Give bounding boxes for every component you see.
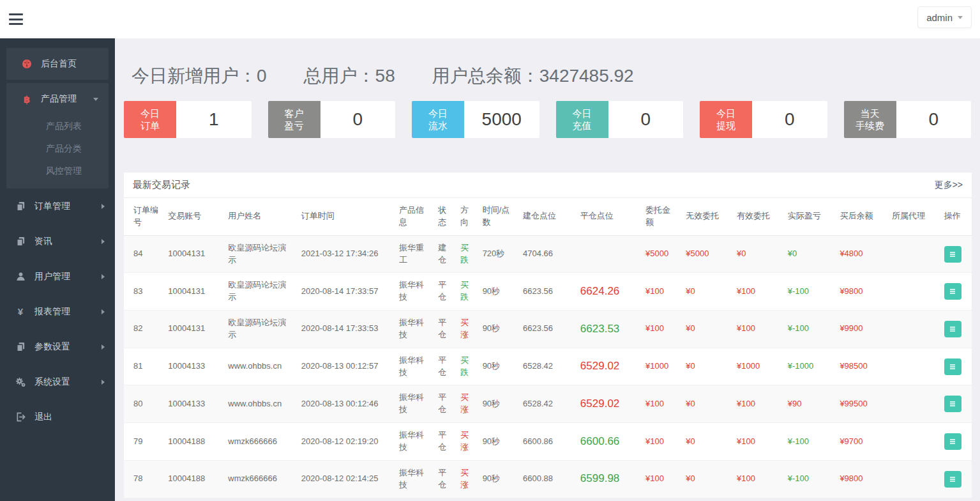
sidebar-item-8[interactable]: 退出 xyxy=(0,399,115,435)
user-dropdown[interactable]: admin xyxy=(917,6,972,28)
cell-product: 振华科技 xyxy=(395,385,434,423)
stat-card-1: 客户 盈亏0 xyxy=(268,101,396,138)
column-header-amount: 委托金额 xyxy=(642,198,682,235)
order-detail-button[interactable] xyxy=(944,283,961,300)
list-icon xyxy=(948,399,957,408)
sidebar-item-2[interactable]: 订单管理 xyxy=(0,189,115,224)
sidebar-item-1[interactable]: ฿产品管理 xyxy=(6,83,109,115)
order-detail-button[interactable] xyxy=(944,433,961,450)
stat-cards-row: 今日 订单1客户 盈亏0今日 流水5000今日 充值0今日 提现0当天 手续费0 xyxy=(124,101,971,138)
cell-profit: ¥90 xyxy=(784,385,836,423)
table-header-row: 订单编号交易账号用户姓名订单时间产品信息状态方向时间/点数建仓点位平仓点位委托金… xyxy=(124,198,972,235)
user-icon xyxy=(15,272,26,281)
cell-time: 2020-08-12 02:14:25 xyxy=(298,460,395,497)
sidebar-item-5[interactable]: ¥报表管理 xyxy=(0,294,115,329)
order-detail-button[interactable] xyxy=(944,396,961,412)
table-row: 8110004133www.ohbbs.cn2020-08-13 00:12:5… xyxy=(124,348,972,385)
cell-valid: ¥100 xyxy=(733,460,784,497)
cell-op xyxy=(940,235,972,273)
stat-card-value: 0 xyxy=(608,101,684,138)
cell-op xyxy=(940,385,972,423)
cell-agent xyxy=(888,235,940,273)
order-detail-button[interactable] xyxy=(944,471,961,488)
stat-summary-text: 今日新增用户：0 xyxy=(132,64,267,88)
cell-name: wmzk666666 xyxy=(224,423,297,461)
list-icon xyxy=(948,287,957,296)
sidebar-item-0-box: 后台首页 xyxy=(6,48,109,80)
more-link[interactable]: 更多>> xyxy=(935,180,963,191)
cell-dir: 买涨 xyxy=(456,385,479,423)
cell-product: 振华重工 xyxy=(395,235,434,273)
cell-invalid: ¥0 xyxy=(682,273,733,311)
cell-invalid: ¥0 xyxy=(682,460,733,497)
column-header-valid: 有效委托 xyxy=(733,198,784,235)
column-header-invalid: 无效委托 xyxy=(682,198,733,235)
stat-card-label: 今日 提现 xyxy=(700,101,752,138)
cell-dir: 买涨 xyxy=(456,460,479,497)
order-detail-button[interactable] xyxy=(944,246,961,263)
topbar: admin xyxy=(0,0,980,38)
stat-summary-text: 总用户：58 xyxy=(304,64,395,88)
list-icon xyxy=(948,250,957,259)
submenu: 产品列表产品分类风控管理 xyxy=(6,115,109,189)
column-header-duration: 时间/点数 xyxy=(479,198,519,235)
cell-id: 83 xyxy=(124,273,164,311)
cell-profit: ¥-100 xyxy=(784,460,836,497)
order-detail-button[interactable] xyxy=(944,321,961,337)
sidebar-item-6[interactable]: 参数设置 xyxy=(0,329,115,364)
cell-status: 平仓 xyxy=(434,311,456,348)
cell-id: 80 xyxy=(124,385,164,423)
bitcoin-icon: ฿ xyxy=(21,95,33,104)
cell-dir: 买跌 xyxy=(456,348,479,385)
sidebar-item-label: 订单管理 xyxy=(34,201,70,212)
copy-icon xyxy=(15,342,26,352)
logout-icon xyxy=(15,412,26,422)
stat-card-5: 当天 手续费0 xyxy=(844,101,972,138)
cell-account: 10004188 xyxy=(164,460,224,497)
sidebar-item-7[interactable]: 系统设置 xyxy=(0,364,115,399)
sidebar-item-label: 参数设置 xyxy=(34,341,70,353)
cell-dir: 买跌 xyxy=(456,273,479,311)
cell-amount: ¥100 xyxy=(642,460,682,497)
stat-card-label: 今日 流水 xyxy=(412,101,464,138)
cell-valid: ¥100 xyxy=(733,273,784,311)
menu-toggle-icon[interactable] xyxy=(9,13,23,25)
cell-name: www.ohbbs.cn xyxy=(224,348,297,385)
sidebar-item-1-sub-2[interactable]: 风控管理 xyxy=(6,160,109,182)
sidebar-item-4[interactable]: 用户管理 xyxy=(0,259,115,294)
cell-invalid: ¥0 xyxy=(682,311,733,348)
cell-valid: ¥1000 xyxy=(733,348,784,385)
cell-valid: ¥0 xyxy=(733,235,784,273)
chevron-right-icon xyxy=(102,274,105,279)
column-header-dir: 方向 xyxy=(456,198,479,235)
cell-op xyxy=(940,460,972,497)
stat-card-label: 今日 充值 xyxy=(556,101,608,138)
cell-agent xyxy=(888,348,940,385)
latest-trades-panel: 最新交易记录 更多>> 订单编号交易账号用户姓名订单时间产品信息状态方向时间/点… xyxy=(124,173,972,498)
cell-account: 10004188 xyxy=(164,423,224,461)
order-detail-button[interactable] xyxy=(944,358,961,375)
cell-open: 6528.42 xyxy=(519,348,577,385)
cell-status: 平仓 xyxy=(434,423,456,461)
chevron-right-icon xyxy=(102,309,105,314)
cell-product: 振华科技 xyxy=(395,348,434,385)
stat-card-2: 今日 流水5000 xyxy=(412,101,539,138)
gear-icon xyxy=(15,377,26,387)
cell-balance: ¥99500 xyxy=(836,385,888,423)
sidebar-item-label: 报表管理 xyxy=(34,306,70,318)
cell-time: 2020-08-14 17:33:57 xyxy=(298,273,395,311)
column-header-balance: 买后余额 xyxy=(836,198,888,235)
cell-agent xyxy=(888,385,940,423)
list-icon xyxy=(948,475,957,484)
chevron-down-icon xyxy=(958,16,963,19)
sidebar-item-0[interactable]: 后台首页 xyxy=(6,48,109,80)
table-row: 8410004131欧皇源码论坛演示2021-03-12 17:34:26振华重… xyxy=(124,235,972,273)
sidebar-item-3[interactable]: 资讯 xyxy=(0,224,115,259)
cell-op xyxy=(940,273,972,311)
column-header-profit: 实际盈亏 xyxy=(784,198,836,235)
sidebar-item-1-sub-1[interactable]: 产品分类 xyxy=(6,137,109,160)
cell-duration: 90秒 xyxy=(479,385,519,423)
table-row: 8210004131欧皇源码论坛演示2020-08-14 17:33:53振华科… xyxy=(124,311,972,348)
sidebar-item-1-sub-0[interactable]: 产品列表 xyxy=(6,115,109,137)
cell-open: 6623.56 xyxy=(519,273,577,311)
